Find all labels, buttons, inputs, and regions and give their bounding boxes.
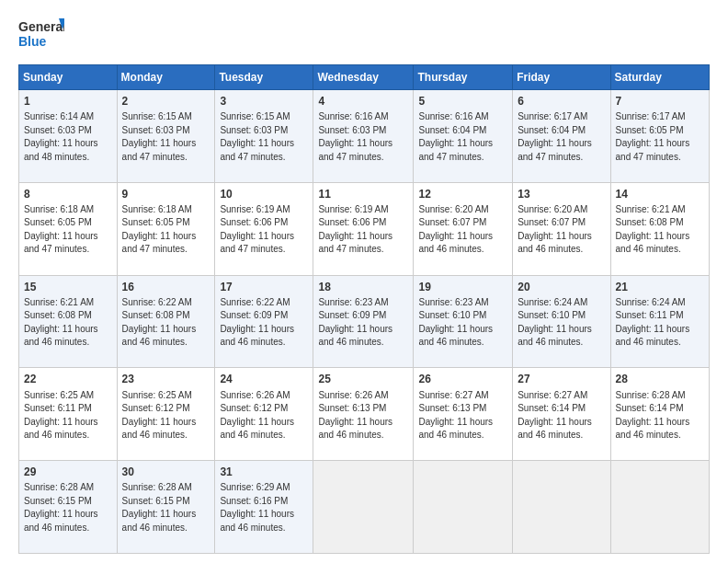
day-info: Sunrise: 6:24 AMSunset: 6:10 PMDaylight:… [518, 297, 592, 348]
day-number: 7 [616, 94, 704, 109]
day-number: 4 [318, 94, 408, 109]
calendar-cell: 3 Sunrise: 6:15 AMSunset: 6:03 PMDayligh… [215, 90, 313, 183]
calendar-cell: 16 Sunrise: 6:22 AMSunset: 6:08 PMDaylig… [117, 275, 215, 368]
day-info: Sunrise: 6:25 AMSunset: 6:12 PMDaylight:… [122, 390, 197, 441]
day-info: Sunrise: 6:21 AMSunset: 6:08 PMDaylight:… [24, 297, 98, 348]
day-number: 3 [220, 94, 308, 109]
calendar-header-tuesday: Tuesday [215, 65, 313, 90]
calendar-cell: 23 Sunrise: 6:25 AMSunset: 6:12 PMDaylig… [117, 368, 215, 461]
day-number: 28 [616, 372, 704, 386]
calendar-cell: 30 Sunrise: 6:28 AMSunset: 6:15 PMDaylig… [117, 461, 215, 554]
day-info: Sunrise: 6:19 AMSunset: 6:06 PMDaylight:… [220, 204, 294, 255]
calendar-cell: 1 Sunrise: 6:14 AMSunset: 6:03 PMDayligh… [19, 90, 118, 183]
day-number: 20 [518, 280, 605, 294]
calendar-week-row: 1 Sunrise: 6:14 AMSunset: 6:03 PMDayligh… [19, 90, 710, 183]
day-number: 8 [24, 187, 112, 201]
day-number: 27 [518, 372, 605, 386]
day-number: 23 [122, 372, 210, 386]
day-number: 29 [24, 465, 112, 479]
day-info: Sunrise: 6:20 AMSunset: 6:07 PMDaylight:… [418, 204, 493, 255]
calendar-header-sunday: Sunday [19, 65, 118, 90]
page: General Blue SundayMondayTuesdayWednesda… [0, 0, 728, 563]
day-info: Sunrise: 6:28 AMSunset: 6:14 PMDaylight:… [616, 390, 690, 441]
calendar-cell: 22 Sunrise: 6:25 AMSunset: 6:11 PMDaylig… [19, 368, 118, 461]
day-info: Sunrise: 6:26 AMSunset: 6:13 PMDaylight:… [318, 390, 392, 441]
calendar-header-saturday: Saturday [610, 65, 709, 90]
day-number: 1 [24, 94, 112, 109]
calendar-cell: 7 Sunrise: 6:17 AMSunset: 6:05 PMDayligh… [610, 90, 709, 183]
calendar-cell: 5 Sunrise: 6:16 AMSunset: 6:04 PMDayligh… [414, 90, 513, 183]
day-info: Sunrise: 6:21 AMSunset: 6:08 PMDaylight:… [616, 204, 690, 255]
calendar-cell [513, 461, 610, 554]
calendar-cell [414, 461, 513, 554]
day-info: Sunrise: 6:29 AMSunset: 6:16 PMDaylight:… [220, 482, 294, 533]
day-number: 30 [122, 465, 210, 479]
day-info: Sunrise: 6:26 AMSunset: 6:12 PMDaylight:… [220, 390, 294, 441]
day-info: Sunrise: 6:22 AMSunset: 6:09 PMDaylight:… [220, 297, 294, 348]
calendar-cell: 28 Sunrise: 6:28 AMSunset: 6:14 PMDaylig… [610, 368, 709, 461]
calendar-cell: 2 Sunrise: 6:15 AMSunset: 6:03 PMDayligh… [117, 90, 215, 183]
calendar-week-row: 22 Sunrise: 6:25 AMSunset: 6:11 PMDaylig… [19, 368, 710, 461]
calendar-cell: 10 Sunrise: 6:19 AMSunset: 6:06 PMDaylig… [215, 182, 313, 275]
calendar-header-thursday: Thursday [414, 65, 513, 90]
day-info: Sunrise: 6:28 AMSunset: 6:15 PMDaylight:… [122, 482, 197, 533]
logo: General Blue [18, 17, 64, 55]
calendar-cell: 17 Sunrise: 6:22 AMSunset: 6:09 PMDaylig… [215, 275, 313, 368]
day-info: Sunrise: 6:16 AMSunset: 6:03 PMDaylight:… [318, 111, 392, 162]
calendar-cell: 15 Sunrise: 6:21 AMSunset: 6:08 PMDaylig… [19, 275, 118, 368]
calendar-header-row: SundayMondayTuesdayWednesdayThursdayFrid… [19, 65, 710, 90]
day-number: 14 [616, 187, 704, 201]
day-info: Sunrise: 6:15 AMSunset: 6:03 PMDaylight:… [122, 111, 197, 162]
day-number: 11 [318, 187, 408, 201]
calendar-cell: 11 Sunrise: 6:19 AMSunset: 6:06 PMDaylig… [313, 182, 414, 275]
day-info: Sunrise: 6:23 AMSunset: 6:10 PMDaylight:… [418, 297, 493, 348]
day-number: 26 [418, 372, 507, 386]
day-number: 2 [122, 94, 210, 109]
calendar-cell: 8 Sunrise: 6:18 AMSunset: 6:05 PMDayligh… [19, 182, 118, 275]
day-number: 31 [220, 465, 308, 479]
calendar-cell: 27 Sunrise: 6:27 AMSunset: 6:14 PMDaylig… [513, 368, 610, 461]
day-number: 16 [122, 280, 210, 294]
day-number: 9 [122, 187, 210, 201]
calendar-cell: 29 Sunrise: 6:28 AMSunset: 6:15 PMDaylig… [19, 461, 118, 554]
day-number: 12 [418, 187, 507, 201]
day-number: 15 [24, 280, 112, 294]
day-info: Sunrise: 6:20 AMSunset: 6:07 PMDaylight:… [518, 204, 592, 255]
day-number: 21 [616, 280, 704, 294]
day-info: Sunrise: 6:18 AMSunset: 6:05 PMDaylight:… [24, 204, 98, 255]
day-info: Sunrise: 6:18 AMSunset: 6:05 PMDaylight:… [122, 204, 197, 255]
calendar-cell [610, 461, 709, 554]
calendar-cell: 14 Sunrise: 6:21 AMSunset: 6:08 PMDaylig… [610, 182, 709, 275]
calendar-cell: 12 Sunrise: 6:20 AMSunset: 6:07 PMDaylig… [414, 182, 513, 275]
calendar-header-friday: Friday [513, 65, 610, 90]
day-info: Sunrise: 6:22 AMSunset: 6:08 PMDaylight:… [122, 297, 197, 348]
day-info: Sunrise: 6:14 AMSunset: 6:03 PMDaylight:… [24, 111, 98, 162]
calendar-cell [313, 461, 414, 554]
day-number: 22 [24, 372, 112, 386]
calendar-week-row: 15 Sunrise: 6:21 AMSunset: 6:08 PMDaylig… [19, 275, 710, 368]
calendar-cell: 13 Sunrise: 6:20 AMSunset: 6:07 PMDaylig… [513, 182, 610, 275]
day-info: Sunrise: 6:24 AMSunset: 6:11 PMDaylight:… [616, 297, 690, 348]
svg-text:General: General [18, 19, 64, 34]
header: General Blue [18, 17, 710, 55]
calendar-cell: 20 Sunrise: 6:24 AMSunset: 6:10 PMDaylig… [513, 275, 610, 368]
calendar-header-monday: Monday [117, 65, 215, 90]
day-info: Sunrise: 6:17 AMSunset: 6:05 PMDaylight:… [616, 111, 690, 162]
calendar-cell: 21 Sunrise: 6:24 AMSunset: 6:11 PMDaylig… [610, 275, 709, 368]
calendar-header-wednesday: Wednesday [313, 65, 414, 90]
logo-svg: General Blue [18, 17, 64, 55]
calendar-cell: 9 Sunrise: 6:18 AMSunset: 6:05 PMDayligh… [117, 182, 215, 275]
day-info: Sunrise: 6:15 AMSunset: 6:03 PMDaylight:… [220, 111, 294, 162]
calendar-cell: 4 Sunrise: 6:16 AMSunset: 6:03 PMDayligh… [313, 90, 414, 183]
calendar-cell: 31 Sunrise: 6:29 AMSunset: 6:16 PMDaylig… [215, 461, 313, 554]
day-info: Sunrise: 6:16 AMSunset: 6:04 PMDaylight:… [418, 111, 493, 162]
day-info: Sunrise: 6:19 AMSunset: 6:06 PMDaylight:… [318, 204, 392, 255]
day-number: 19 [418, 280, 507, 294]
calendar-week-row: 29 Sunrise: 6:28 AMSunset: 6:15 PMDaylig… [19, 461, 710, 554]
calendar-cell: 18 Sunrise: 6:23 AMSunset: 6:09 PMDaylig… [313, 275, 414, 368]
day-number: 13 [518, 187, 605, 201]
calendar-cell: 24 Sunrise: 6:26 AMSunset: 6:12 PMDaylig… [215, 368, 313, 461]
day-info: Sunrise: 6:27 AMSunset: 6:13 PMDaylight:… [418, 390, 493, 441]
day-number: 10 [220, 187, 308, 201]
calendar-cell: 25 Sunrise: 6:26 AMSunset: 6:13 PMDaylig… [313, 368, 414, 461]
